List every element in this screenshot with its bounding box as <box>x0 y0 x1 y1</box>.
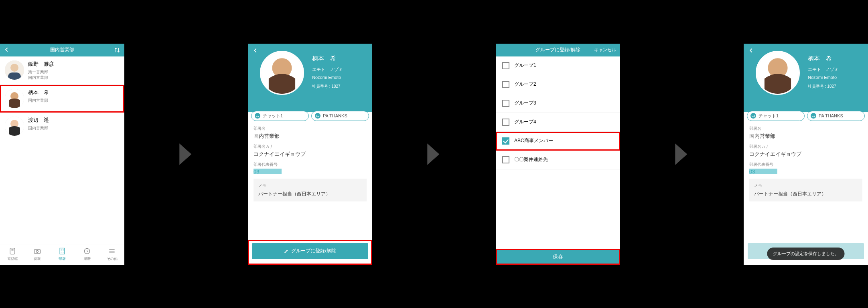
avatar <box>5 60 24 80</box>
checkbox-icon[interactable] <box>502 62 509 69</box>
arrow-icon <box>372 142 496 166</box>
profile-header: 柄本 希 エモト ノゾミ Nozomi Emoto 社員番号 : 1027 <box>248 44 372 112</box>
group-select-screen: グループに登録/解除 キャンセル グループ1 グループ2 グループ3 グループ4… <box>496 44 620 265</box>
contact-dept1: 第一営業部 <box>28 69 54 75</box>
arrow-icon <box>620 142 744 166</box>
field-label: 部署名 <box>254 126 367 131</box>
contact-row[interactable]: 飯野 雅彦 第一営業部 国内営業部 <box>0 56 124 85</box>
field-value[interactable]: 03 <box>254 169 367 175</box>
group-list: グループ1 グループ2 グループ3 グループ4 ABC商事メンバー 〇〇案件連絡… <box>496 56 620 249</box>
pencil-icon <box>284 249 289 254</box>
pill-chat[interactable]: チャット1 <box>747 111 805 121</box>
field-label: 部署名カナ <box>254 144 367 149</box>
header-title: 国内営業部 <box>50 46 74 53</box>
back-icon[interactable] <box>253 48 258 55</box>
header-title: グループに登録/解除 <box>535 46 580 53</box>
cancel-button[interactable]: キャンセル <box>594 47 616 53</box>
pill-thanks[interactable]: PA THANKS <box>311 111 369 121</box>
sort-icon[interactable] <box>114 47 120 54</box>
group-register-button[interactable]: グループに登録/解除 <box>252 243 368 259</box>
checkbox-icon[interactable] <box>502 137 509 145</box>
profile-screen: 柄本 希 エモト ノゾミ Nozomi Emoto 社員番号 : 1027 チャ… <box>248 44 372 265</box>
contact-dept1: 国内営業部 <box>28 125 49 131</box>
svg-rect-7 <box>10 248 15 254</box>
contact-row[interactable]: 柄本 希 国内営業部 <box>0 85 124 113</box>
field-value: 国内営業部 <box>254 133 367 140</box>
contact-name: 飯野 雅彦 <box>28 60 54 68</box>
group-item[interactable]: ABC商事メンバー <box>496 132 620 151</box>
avatar <box>260 51 304 95</box>
thanks-icon <box>811 113 816 119</box>
chat-icon <box>750 113 756 119</box>
profile-roman: Nozomi Emoto <box>312 75 343 80</box>
tab-history[interactable]: 履歴 <box>75 244 99 265</box>
profile-kana: エモト ノゾミ <box>312 66 343 72</box>
svg-point-1 <box>10 64 18 72</box>
checkbox-icon[interactable] <box>502 81 509 88</box>
svg-point-9 <box>37 250 39 252</box>
save-button[interactable]: 保存 <box>496 249 620 265</box>
header: 国内営業部 <box>0 44 124 56</box>
group-item[interactable]: 〇〇案件連絡先 <box>496 151 620 169</box>
profile-header: 柄本 希 エモト ノゾミ Nozomi Emoto 社員番号 : 1027 <box>744 44 868 112</box>
chat-icon <box>255 113 260 119</box>
contact-dept1: 国内営業部 <box>28 98 49 103</box>
pill-chat[interactable]: チャット1 <box>251 111 309 121</box>
profile-name: 柄本 希 <box>808 55 839 62</box>
pill-thanks[interactable]: PA THANKS <box>807 111 865 121</box>
tab-bar: 電話帳 読取 部署 履歴 その他 <box>0 244 124 265</box>
profile-empno: 社員番号 : 1027 <box>312 84 343 89</box>
svg-rect-2 <box>8 72 21 80</box>
group-item[interactable]: グループ2 <box>496 75 620 94</box>
contact-list-screen: 国内営業部 飯野 雅彦 第一営業部 国内営業部 柄本 <box>0 44 124 265</box>
thanks-icon <box>315 113 320 119</box>
profile-roman: Nozomi Emoto <box>808 75 839 80</box>
action-pills: チャット1 PA THANKS <box>248 109 372 123</box>
field-value: コクナイエイギョウブ <box>254 151 367 158</box>
profile-screen-saved: 柄本 希 エモト ノゾミ Nozomi Emoto 社員番号 : 1027 チャ… <box>744 44 868 265</box>
tab-scan[interactable]: 読取 <box>25 244 50 265</box>
avatar <box>5 117 24 136</box>
avatar <box>756 51 800 95</box>
svg-rect-8 <box>34 250 41 254</box>
avatar <box>5 89 24 108</box>
profile-kana: エモト ノゾミ <box>808 66 839 72</box>
tab-phonebook[interactable]: 電話帳 <box>0 244 25 265</box>
group-item[interactable]: グループ1 <box>496 56 620 75</box>
contact-list: 飯野 雅彦 第一営業部 国内営業部 柄本 希 国内営業部 渡辺 遥 <box>0 56 124 244</box>
group-item[interactable]: グループ4 <box>496 113 620 132</box>
toast-message: グループの設定を保存しました。 <box>767 248 845 260</box>
header: グループに登録/解除 キャンセル <box>496 44 620 56</box>
tab-dept[interactable]: 部署 <box>50 244 75 265</box>
checkbox-icon[interactable] <box>502 156 509 163</box>
contact-name: 渡辺 遥 <box>28 117 49 124</box>
tab-other[interactable]: その他 <box>99 244 124 265</box>
contact-dept2: 国内営業部 <box>28 75 54 81</box>
checkbox-icon[interactable] <box>502 100 509 107</box>
arrow-icon <box>124 142 248 166</box>
back-icon[interactable] <box>748 48 754 55</box>
back-icon[interactable] <box>4 47 10 54</box>
memo-box: メモパートナー担当（西日本エリア） <box>254 179 367 201</box>
contact-row[interactable]: 渡辺 遥 国内営業部 <box>0 113 124 140</box>
checkbox-icon[interactable] <box>502 119 509 126</box>
profile-name: 柄本 希 <box>312 55 343 62</box>
group-item[interactable]: グループ3 <box>496 94 620 113</box>
profile-empno: 社員番号 : 1027 <box>808 84 839 89</box>
svg-rect-10 <box>60 248 65 254</box>
field-label: 部署代表番号 <box>254 162 367 167</box>
contact-name: 柄本 希 <box>28 89 49 96</box>
